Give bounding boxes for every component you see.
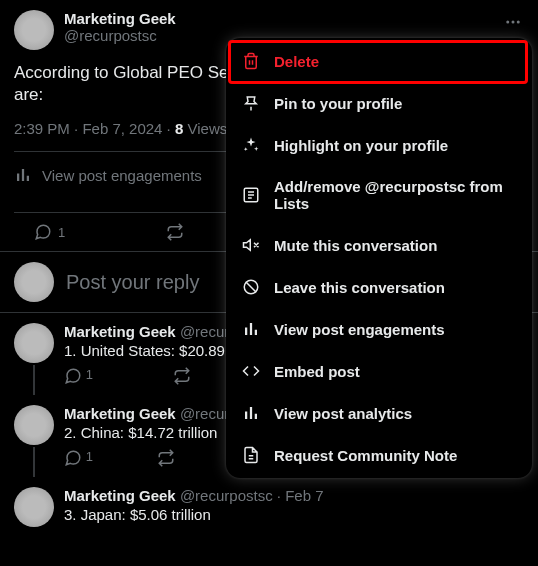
author-name[interactable]: Marketing Geek: [64, 487, 176, 504]
menu-label: Pin to your profile: [274, 95, 402, 112]
views-label: Views: [187, 120, 227, 137]
menu-delete[interactable]: Delete: [226, 40, 532, 82]
thread-line: [33, 447, 35, 477]
menu-pin[interactable]: Pin to your profile: [226, 82, 532, 124]
more-options-icon[interactable]: [502, 10, 524, 33]
reply-icon: [64, 367, 82, 385]
mute-icon: [242, 236, 260, 254]
avatar-column: [14, 487, 54, 529]
leave-icon: [242, 278, 260, 296]
author-name[interactable]: Marketing Geek: [64, 323, 176, 340]
reply-button[interactable]: 1: [64, 449, 93, 467]
menu-engagements[interactable]: View post engagements: [226, 308, 532, 350]
avatar-column: [14, 405, 54, 477]
menu-mute[interactable]: Mute this conversation: [226, 224, 532, 266]
author-name[interactable]: Marketing Geek: [64, 405, 176, 422]
trash-icon: [242, 52, 260, 70]
menu-label: Embed post: [274, 363, 360, 380]
code-icon: [242, 362, 260, 380]
avatar[interactable]: [14, 487, 54, 527]
menu-lists[interactable]: Add/remove @recurpostsc from Lists: [226, 166, 532, 224]
author-name[interactable]: Marketing Geek: [64, 10, 492, 27]
svg-point-0: [506, 21, 509, 24]
menu-label: View post analytics: [274, 405, 412, 422]
menu-label: Request Community Note: [274, 447, 457, 464]
avatar[interactable]: [14, 262, 54, 302]
menu-label: Leave this conversation: [274, 279, 445, 296]
repost-icon: [173, 367, 191, 385]
thread-content: Marketing Geek @recurpostsc · Feb 7 3. J…: [64, 487, 524, 529]
thread-item[interactable]: Marketing Geek @recurpostsc · Feb 7 3. J…: [0, 477, 538, 529]
thread-date: ·: [277, 487, 285, 504]
repost-button[interactable]: [157, 449, 175, 467]
avatar[interactable]: [14, 323, 54, 363]
menu-label: Add/remove @recurpostsc from Lists: [274, 178, 516, 212]
menu-analytics[interactable]: View post analytics: [226, 392, 532, 434]
avatar-column: [14, 323, 54, 395]
menu-leave[interactable]: Leave this conversation: [226, 266, 532, 308]
menu-label: Delete: [274, 53, 319, 70]
avatar[interactable]: [14, 405, 54, 445]
reply-icon: [64, 449, 82, 467]
svg-point-2: [517, 21, 520, 24]
menu-embed[interactable]: Embed post: [226, 350, 532, 392]
repost-button[interactable]: [173, 367, 191, 385]
thread-line: [33, 365, 35, 395]
reply-count: 1: [58, 225, 65, 240]
analytics-icon: [242, 404, 260, 422]
reply-button[interactable]: 1: [34, 223, 65, 241]
menu-label: Highlight on your profile: [274, 137, 448, 154]
menu-highlight[interactable]: Highlight on your profile: [226, 124, 532, 166]
reply-placeholder: Post your reply: [66, 271, 199, 294]
list-icon: [242, 186, 260, 204]
thread-text: 3. Japan: $5.06 trillion: [64, 506, 524, 523]
context-menu: Delete Pin to your profile Highlight on …: [226, 38, 532, 478]
post-time[interactable]: 2:39 PM: [14, 120, 70, 137]
engagements-label: View post engagements: [42, 167, 202, 184]
reply-button[interactable]: 1: [64, 367, 93, 385]
analytics-icon: [14, 166, 32, 184]
reply-count: 1: [86, 450, 93, 465]
menu-label: View post engagements: [274, 321, 445, 338]
avatar[interactable]: [14, 10, 54, 50]
reply-count: 1: [86, 368, 93, 383]
thread-date[interactable]: Feb 7: [285, 487, 323, 504]
svg-point-1: [512, 21, 515, 24]
views-count: 8: [175, 120, 183, 137]
pin-icon: [242, 94, 260, 112]
reply-icon: [34, 223, 52, 241]
author-handle[interactable]: @recurpostsc: [180, 487, 273, 504]
thread-author: Marketing Geek @recurpostsc · Feb 7: [64, 487, 524, 504]
menu-label: Mute this conversation: [274, 237, 437, 254]
repost-icon: [157, 449, 175, 467]
repost-button[interactable]: [166, 223, 184, 241]
repost-icon: [166, 223, 184, 241]
sparkle-icon: [242, 136, 260, 154]
menu-community-note[interactable]: Request Community Note: [226, 434, 532, 476]
analytics-icon: [242, 320, 260, 338]
post-date[interactable]: Feb 7, 2024: [82, 120, 162, 137]
note-icon: [242, 446, 260, 464]
